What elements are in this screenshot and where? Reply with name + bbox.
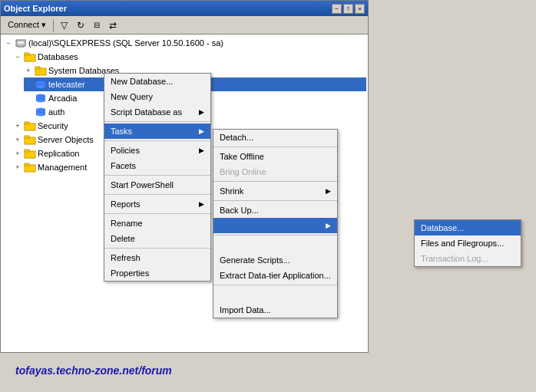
svg-point-10: [36, 85, 45, 88]
svg-point-14: [36, 99, 45, 102]
ctx-shrink[interactable]: Shrink ▶: [213, 183, 337, 199]
ctx-take-offline[interactable]: Take Offline: [213, 149, 337, 164]
ctx-import-data[interactable]: [213, 287, 337, 302]
db-icon-arcadia: [35, 92, 47, 104]
expand-icon-arcadia: [24, 94, 33, 103]
reports-label: Reports: [111, 199, 141, 209]
sync-icon: ⇄: [109, 20, 117, 31]
ctx-sep-6: [104, 248, 210, 249]
ctx-restore[interactable]: ▶: [213, 218, 337, 233]
ctx-reports[interactable]: Reports ▶: [104, 196, 210, 212]
pin-button[interactable]: ↑: [343, 4, 353, 14]
arcadia-label: Arcadia: [48, 94, 77, 103]
ctx-refresh[interactable]: Refresh: [104, 250, 210, 265]
delete-label: Delete: [111, 234, 135, 243]
expand-icon-auth: [24, 107, 33, 117]
context-menu-main: New Database... New Query Script Databas…: [104, 73, 211, 282]
shrink-arrow: ▶: [326, 187, 331, 195]
toolbar-separator: [53, 19, 54, 31]
svg-rect-7: [35, 67, 40, 69]
start-powershell-label: Start PowerShell: [111, 180, 174, 189]
ctx-backup[interactable]: Back Up...: [213, 203, 337, 218]
new-database-label: New Database...: [111, 77, 173, 86]
expand-icon-system-dbs: [24, 66, 33, 75]
server-objects-label: Server Objects: [38, 135, 94, 144]
export-data-label: Import Data...: [220, 305, 271, 315]
ctx-bring-online[interactable]: Bring Online: [213, 164, 337, 180]
script-db-label: Script Database as: [111, 107, 182, 117]
refresh-label: Refresh: [111, 253, 141, 262]
ctx-new-database[interactable]: New Database...: [104, 74, 210, 89]
facets-label: Facets: [111, 161, 136, 170]
ctx-start-powershell[interactable]: Start PowerShell: [104, 177, 210, 193]
ctx-extract-data-tier[interactable]: Generate Scripts...: [213, 252, 337, 268]
ctx-generate-scripts[interactable]: [213, 237, 337, 252]
security-label: Security: [38, 121, 68, 130]
tasks-label: Tasks: [111, 127, 132, 136]
title-bar: Object Explorer − ↑ ×: [1, 1, 368, 16]
folder-icon-management: [24, 161, 36, 173]
ctx-detach[interactable]: Detach...: [213, 130, 337, 145]
management-label: Management: [38, 163, 87, 172]
footer-text: tofayas.techno-zone.net/forum: [15, 364, 172, 377]
folder-icon-server-objects: [24, 133, 36, 146]
svg-rect-23: [25, 150, 29, 152]
ctx-rename[interactable]: Rename: [104, 216, 210, 231]
filter-icon: ▽: [61, 20, 68, 31]
ctx-restore-database[interactable]: Database...: [415, 220, 521, 236]
ctx-sep-1: [104, 121, 210, 122]
ctx-restore-files[interactable]: Files and Filegroups...: [415, 236, 521, 251]
collapse-button[interactable]: ⊟: [90, 18, 104, 33]
ctx-policies[interactable]: Policies ▶: [104, 143, 210, 158]
refresh-button[interactable]: ↻: [73, 18, 88, 33]
reports-arrow: ▶: [199, 200, 204, 208]
connect-button[interactable]: Connect ▾: [4, 18, 50, 33]
ctx-properties[interactable]: Properties: [104, 265, 210, 281]
ctx-sep-2: [104, 140, 210, 141]
ctx-restore-txlog[interactable]: Transaction Log...: [415, 251, 521, 266]
ctx2-sep-4: [213, 235, 337, 236]
expand-icon-telecaster: [24, 80, 33, 89]
sync-button[interactable]: ⇄: [105, 18, 121, 33]
folder-icon-replication: [24, 147, 36, 160]
svg-point-17: [36, 113, 45, 116]
restore-txlog-label: Transaction Log...: [421, 254, 488, 263]
register-data-tier-label: Extract Data-tier Application...: [220, 271, 331, 280]
ctx-tasks[interactable]: Tasks ▶: [104, 124, 210, 139]
tree-node-databases[interactable]: Databases: [13, 50, 366, 64]
ctx-script-db[interactable]: Script Database as ▶: [104, 104, 210, 120]
ctx-export-data[interactable]: Import Data...: [213, 302, 337, 318]
ctx-register-data-tier[interactable]: Extract Data-tier Application...: [213, 268, 337, 283]
filter-button[interactable]: ▽: [57, 18, 71, 33]
db-icon-auth: [35, 106, 47, 118]
expand-icon-databases: [13, 52, 22, 61]
collapse-icon: ⊟: [94, 21, 100, 29]
ctx2-sep-2: [213, 181, 337, 182]
databases-label: Databases: [38, 52, 78, 61]
tree-node-root[interactable]: (local)\SQLEXPRESS (SQL Server 10.50.160…: [4, 36, 366, 50]
ctx-sep-5: [104, 213, 210, 214]
folder-icon-system-dbs: [35, 64, 47, 77]
properties-label: Properties: [111, 268, 149, 278]
policies-label: Policies: [111, 146, 140, 155]
minimize-button[interactable]: −: [332, 4, 342, 14]
ctx-delete[interactable]: Delete: [104, 231, 210, 246]
shrink-label: Shrink: [220, 186, 243, 196]
ctx-facets[interactable]: Facets: [104, 158, 210, 173]
svg-rect-21: [25, 136, 29, 138]
context-menu-restore: Database... Files and Filegroups... Tran…: [414, 219, 521, 267]
extract-data-tier-label: Generate Scripts...: [220, 255, 290, 265]
expand-icon-root: [4, 38, 13, 48]
detach-label: Detach...: [220, 133, 253, 142]
expand-icon-management: [13, 163, 22, 172]
ctx2-sep-5: [213, 285, 337, 285]
expand-icon-server-objects: [13, 135, 22, 144]
toolbar: Connect ▾ ▽ ↻ ⊟ ⇄: [1, 16, 368, 35]
script-db-arrow: ▶: [199, 108, 204, 116]
ctx2-sep-3: [213, 200, 337, 201]
root-node-label: (local)\SQLEXPRESS (SQL Server 10.50.160…: [28, 38, 223, 48]
ctx2-sep-1: [213, 147, 337, 147]
ctx-new-query[interactable]: New Query: [104, 89, 210, 104]
folder-icon-databases: [24, 51, 36, 63]
close-button[interactable]: ×: [355, 4, 365, 14]
